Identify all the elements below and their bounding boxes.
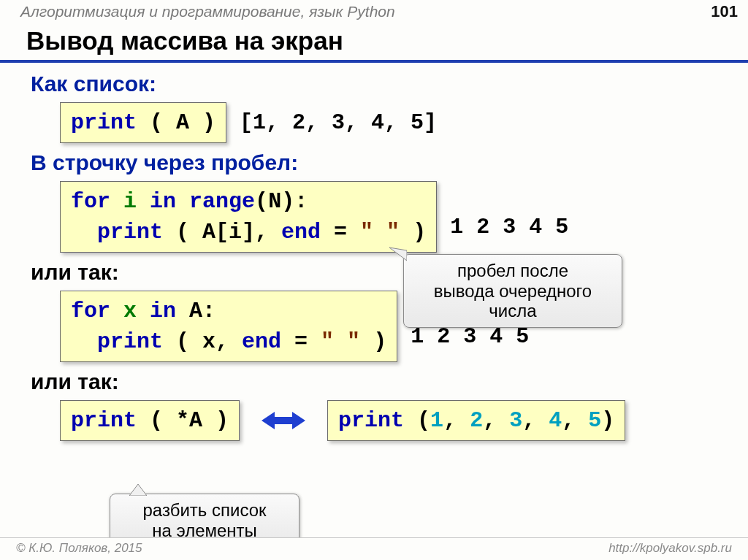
slide-footer: © К.Ю. Поляков, 2015 http://kpolyakov.sp…: [0, 537, 748, 560]
code-print-star: print ( *A ): [60, 400, 240, 441]
course-title: Алгоритмизация и программирование, язык …: [20, 3, 395, 20]
output-space1: 1 2 3 4 5: [450, 215, 568, 239]
code-for-range: for i in range(N): print ( A[i], end = "…: [60, 181, 437, 253]
callout-space-text: пробел после вывода очередного числа: [434, 261, 592, 321]
double-arrow-icon: [262, 410, 305, 431]
slide-body: Как список: print ( A ) [1, 2, 3, 4, 5] …: [0, 72, 748, 441]
callout-space-note: пробел после вывода очередного числа: [403, 254, 622, 328]
slide-header: Алгоритмизация и программирование, язык …: [0, 0, 748, 23]
subhead-alt2: или так:: [31, 369, 722, 394]
subhead-space: В строчку через пробел:: [31, 150, 722, 175]
output-space2: 1 2 3 4 5: [411, 324, 529, 349]
code-print-unpacked: print (1, 2, 3, 4, 5): [327, 400, 625, 441]
page-number: 101: [711, 2, 738, 21]
slide-title: Вывод массива на экран: [0, 23, 748, 63]
svg-marker-2: [129, 484, 147, 496]
output-list: [1, 2, 3, 4, 5]: [240, 110, 437, 135]
code-for-x: for x in A: print ( x, end = " " ): [60, 291, 397, 362]
svg-marker-1: [262, 412, 305, 429]
callout-unpack-text: разбить список на элементы: [143, 500, 267, 540]
copyright: © К.Ю. Поляков, 2015: [16, 541, 142, 556]
subhead-as-list: Как список:: [31, 72, 722, 96]
code-print-a: print ( A ): [60, 102, 226, 143]
footer-url: http://kpolyakov.spb.ru: [608, 541, 732, 556]
svg-marker-0: [389, 248, 407, 261]
